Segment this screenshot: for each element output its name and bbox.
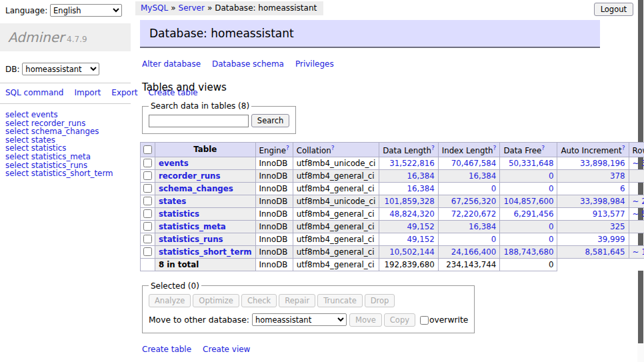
index-length-link[interactable]: 70,467,584 xyxy=(451,159,497,168)
create-link-create-view[interactable]: Create view xyxy=(203,345,250,354)
sidebar-table-link-select-statistics-short-term[interactable]: select statistics_short_term xyxy=(5,169,131,178)
language-select[interactable]: English xyxy=(50,4,122,17)
db-select[interactable]: homeassistant xyxy=(22,63,99,75)
breadcrumb-link[interactable]: Server xyxy=(179,3,205,13)
sidebar-link-import[interactable]: Import xyxy=(74,88,101,97)
table-name-link[interactable]: recorder_runs xyxy=(159,171,221,181)
select-all-checkbox[interactable] xyxy=(143,145,152,154)
row-checkbox[interactable] xyxy=(143,171,152,180)
data-free-link[interactable]: 104,857,600 xyxy=(503,197,553,206)
optimize-button[interactable]: Optimize xyxy=(193,294,239,307)
column-hint-link[interactable]: ? xyxy=(431,145,435,151)
total-label-cell: 8 in total xyxy=(155,258,256,271)
data-free-link[interactable]: 0 xyxy=(549,184,554,193)
breadcrumb: MySQL»Server»Database: homeassistant xyxy=(135,1,323,15)
table-name-link[interactable]: schema_changes xyxy=(159,184,233,193)
data-free-link[interactable]: 50,331,648 xyxy=(509,159,554,168)
auto-increment-link[interactable]: 6 xyxy=(620,184,625,193)
column-hint-link[interactable]: ? xyxy=(541,145,545,151)
data-length-link[interactable]: 16,384 xyxy=(407,171,434,181)
data-length-link[interactable]: 16,384 xyxy=(407,184,434,193)
breadcrumb-link[interactable]: MySQL xyxy=(141,3,168,13)
sidebar-table-link-select-events[interactable]: select events xyxy=(5,111,131,119)
index-length-link[interactable]: 16,384 xyxy=(469,171,496,181)
row-checkbox[interactable] xyxy=(143,222,152,231)
table-name-link[interactable]: statistics_meta xyxy=(159,222,226,231)
auto-increment-link[interactable]: 378 xyxy=(610,171,625,181)
data-length-link[interactable]: 101,859,328 xyxy=(385,197,435,206)
total-data-free-cell: 0 xyxy=(500,258,557,271)
data-free-link[interactable]: 0 xyxy=(549,171,554,181)
data-free-link[interactable]: 6,291,456 xyxy=(513,209,553,219)
rows-link[interactable]: ~ 136,108 xyxy=(633,247,644,257)
index-length-link[interactable]: 16,384 xyxy=(469,222,496,231)
table-name-link[interactable]: statistics_runs xyxy=(159,235,223,244)
repair-button[interactable]: Repair xyxy=(279,294,315,307)
drop-button[interactable]: Drop xyxy=(365,294,395,307)
index-length-link[interactable]: 0 xyxy=(491,184,497,193)
copy-button[interactable]: Copy xyxy=(384,313,415,327)
data-length-link[interactable]: 31,522,816 xyxy=(389,159,435,168)
data-length-link[interactable]: 10,502,144 xyxy=(389,247,435,257)
column-hint-link[interactable]: ? xyxy=(286,145,289,151)
data-length-link[interactable]: 49,152 xyxy=(407,222,434,231)
sidebar-table-link-select-schema-changes[interactable]: select schema_changes xyxy=(5,127,131,136)
table-name-link[interactable]: statistics xyxy=(159,209,199,219)
search-button[interactable]: Search xyxy=(251,114,290,127)
index-length-cell: 16,384 xyxy=(438,169,500,182)
table-name-link[interactable]: events xyxy=(159,159,189,168)
data-free-cell: 6,291,456 xyxy=(500,207,557,220)
move-db-select[interactable]: homeassistant xyxy=(252,313,347,326)
data-free-link[interactable]: 0 xyxy=(549,235,554,244)
analyze-button[interactable]: Analyze xyxy=(149,294,191,307)
create-link-create-table[interactable]: Create table xyxy=(142,345,191,354)
column-hint-link[interactable]: ? xyxy=(622,145,625,151)
auto-increment-link[interactable]: 33,898,196 xyxy=(580,159,625,168)
auto-increment-link[interactable]: 8,581,645 xyxy=(585,247,625,257)
row-checkbox-cell xyxy=(141,169,155,182)
column-hint-link[interactable]: ? xyxy=(331,145,335,151)
data-free-link[interactable]: 188,743,680 xyxy=(503,247,553,257)
rows-link[interactable]: ~ 299,833 xyxy=(633,197,644,206)
selected-legend: Selected (0) xyxy=(149,281,201,291)
db-link-privileges[interactable]: Privileges xyxy=(295,59,334,69)
index-length-link[interactable]: 72,220,672 xyxy=(451,209,497,219)
row-checkbox[interactable] xyxy=(143,235,152,243)
truncate-button[interactable]: Truncate xyxy=(317,294,363,307)
engine-cell: InnoDB xyxy=(255,157,293,169)
rows-cell: ~ 312,180 xyxy=(629,157,644,169)
column-hint-link[interactable]: ? xyxy=(493,145,497,151)
table-name-link[interactable]: states xyxy=(159,197,186,206)
auto-increment-link[interactable]: 913,577 xyxy=(593,209,625,219)
index-length-link[interactable]: 24,166,400 xyxy=(451,247,497,257)
sidebar-link-export[interactable]: Export xyxy=(111,88,137,97)
row-checkbox[interactable] xyxy=(143,209,152,218)
row-checkbox[interactable] xyxy=(143,197,152,205)
data-length-link[interactable]: 49,152 xyxy=(407,235,434,244)
sidebar-table-link-select-statistics-meta[interactable]: select statistics_meta xyxy=(5,153,131,161)
db-link-database-schema[interactable]: Database schema xyxy=(212,59,284,69)
sidebar-link-sql-command[interactable]: SQL command xyxy=(5,88,63,97)
index-length-link[interactable]: 0 xyxy=(491,235,497,244)
table-name-link[interactable]: statistics_short_term xyxy=(159,247,252,257)
row-checkbox[interactable] xyxy=(143,159,152,167)
auto-increment-link[interactable]: 33,398,984 xyxy=(580,197,625,206)
search-input[interactable] xyxy=(149,115,249,127)
move-label: Move to other database: xyxy=(149,315,249,325)
data-length-link[interactable]: 48,824,320 xyxy=(389,209,435,219)
rows-link[interactable]: ~ 312,180 xyxy=(633,159,644,168)
row-checkbox[interactable] xyxy=(143,184,152,193)
data-free-link[interactable]: 0 xyxy=(549,222,554,231)
index-length-link[interactable]: 67,256,320 xyxy=(451,197,497,206)
row-checkbox[interactable] xyxy=(143,247,152,256)
data-free-cell: 50,331,648 xyxy=(500,157,557,169)
auto-increment-link[interactable]: 325 xyxy=(610,222,625,231)
overwrite-checkbox[interactable] xyxy=(420,316,429,325)
db-link-alter-database[interactable]: Alter database xyxy=(142,59,201,69)
language-label: Language: xyxy=(5,6,47,15)
db-label: DB: xyxy=(5,65,20,74)
rows-link[interactable]: ~ 569,159 xyxy=(633,209,644,219)
auto-increment-link[interactable]: 39,999 xyxy=(597,235,625,244)
move-button[interactable]: Move xyxy=(349,313,382,327)
check-button[interactable]: Check xyxy=(241,294,277,307)
